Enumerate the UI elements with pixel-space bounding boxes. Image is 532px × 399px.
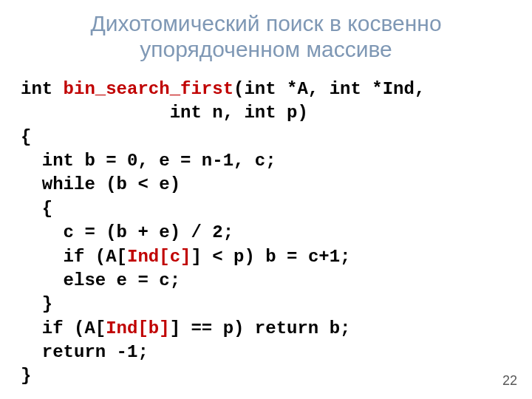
title-line-1: Дихотомический поиск в косвенно bbox=[90, 11, 441, 35]
slide-title: Дихотомический поиск в косвенно упорядоч… bbox=[21, 10, 511, 63]
code-l12: return -1; bbox=[21, 342, 149, 362]
code-l2: int n, int p) bbox=[21, 103, 308, 123]
code-l11b: ] == p) return b; bbox=[170, 318, 351, 338]
slide: Дихотомический поиск в косвенно упорядоч… bbox=[0, 0, 532, 399]
code-fn-name: bin_search_first bbox=[64, 79, 233, 99]
code-l8a: if (A[ bbox=[21, 247, 127, 267]
code-l3: { bbox=[21, 127, 31, 147]
code-l1b: (int *A, int *Ind, bbox=[233, 79, 425, 99]
code-l11-index: Ind[b] bbox=[106, 318, 169, 338]
code-l8b: ] < p) b = c+1; bbox=[191, 247, 350, 267]
page-number: 22 bbox=[502, 373, 517, 389]
code-l8-index: Ind[c] bbox=[127, 247, 191, 267]
code-l9: else e = c; bbox=[21, 270, 180, 290]
code-l10: } bbox=[21, 294, 52, 314]
code-l13: } bbox=[21, 366, 31, 386]
title-line-2: упорядоченном массиве bbox=[140, 37, 392, 61]
code-l5: while (b < e) bbox=[21, 174, 180, 194]
code-l4: int b = 0, e = n-1, c; bbox=[21, 151, 276, 171]
code-l7: c = (b + e) / 2; bbox=[21, 222, 233, 242]
code-l1a: int bbox=[21, 79, 64, 99]
code-l6: { bbox=[21, 199, 52, 219]
code-block: int bin_search_first(int *A, int *Ind, i… bbox=[21, 78, 511, 389]
code-l11a: if (A[ bbox=[21, 318, 106, 338]
